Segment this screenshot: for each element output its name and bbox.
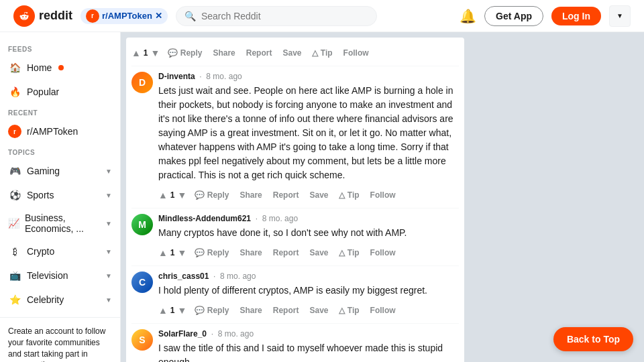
join-text: Create an account to follow your favorit… <box>8 326 112 362</box>
comment-1-tip-btn[interactable]: △ Tip <box>336 188 362 202</box>
comment-2-save-btn[interactable]: Save <box>307 245 331 260</box>
comment-3-report-btn[interactable]: Report <box>270 303 302 318</box>
home-icon: 🏠 <box>8 61 21 74</box>
comment-3-tip-btn[interactable]: △ Tip <box>336 303 362 318</box>
comment-2-downvote-icon[interactable]: ▼ <box>178 247 187 258</box>
comment-2-upvote-icon[interactable]: ▲ <box>158 247 168 258</box>
sports-icon: ⚽ <box>8 188 21 202</box>
sidebar-item-crypto[interactable]: ₿ Crypto ▼ <box>0 239 120 263</box>
celebrity-icon: ⭐ <box>8 293 21 306</box>
remove-tag-icon[interactable]: ✕ <box>155 11 162 21</box>
sidebar-item-celebrity[interactable]: ⭐ Celebrity ▼ <box>0 288 120 312</box>
sidebar-item-business[interactable]: 📈 Business, Economics, ... ▼ <box>0 207 120 239</box>
search-bar[interactable]: 🔍 <box>176 6 377 26</box>
comment-1-actions: ▲ 1 ▼ 💬 Reply Share Report Save △ Tip Fo… <box>158 188 459 202</box>
right-panel <box>470 32 644 362</box>
comment-2-follow-btn[interactable]: Follow <box>368 245 398 260</box>
sports-chevron-icon: ▼ <box>105 192 112 199</box>
comment-3-meta: chris_cass01 · 8 mo. ago <box>158 272 459 281</box>
comment-2-vote: ▲ 1 ▼ <box>158 247 186 258</box>
save-btn-top[interactable]: Save <box>280 46 304 60</box>
gaming-icon: 🎮 <box>8 164 21 178</box>
comment-1-reply-btn[interactable]: 💬 Reply <box>192 188 231 202</box>
subreddit-tag[interactable]: r r/AMPToken ✕ <box>80 8 168 24</box>
header: reddit r r/AMPToken ✕ 🔍 🔔 Get App Log In… <box>0 0 644 32</box>
report-btn-top[interactable]: Report <box>244 46 275 60</box>
comment-3-avatar: C <box>131 272 153 293</box>
comment-3-reply-btn[interactable]: 💬 Reply <box>192 303 231 318</box>
upvote-icon-top[interactable]: ▲ <box>131 48 141 58</box>
comment-3-downvote-icon[interactable]: ▼ <box>178 305 187 316</box>
popular-icon: 🔥 <box>8 85 21 99</box>
comment-4: S SolarFlare_0 · 8 mo. ago I saw the tit… <box>131 324 459 362</box>
comment-3-share-btn[interactable]: Share <box>237 303 264 318</box>
comment-2-tip-btn[interactable]: △ Tip <box>336 245 362 260</box>
comment-3-time: 8 mo. ago <box>220 272 256 281</box>
comment-2-body: Mindless-Addendum621 · 8 mo. ago Many cr… <box>158 214 459 260</box>
logo[interactable]: reddit <box>13 5 72 27</box>
comment-1-follow-btn[interactable]: Follow <box>368 188 398 202</box>
comment-1-avatar: D <box>131 72 153 93</box>
comment-1-save-btn[interactable]: Save <box>307 188 331 202</box>
feeds-section-label: FEEDS <box>0 40 120 56</box>
comment-1-share-btn[interactable]: Share <box>237 188 264 202</box>
bell-icon[interactable]: 🔔 <box>460 8 476 24</box>
comment-2-author[interactable]: Mindless-Addendum621 <box>158 214 251 223</box>
follow-btn-top[interactable]: Follow <box>341 46 372 60</box>
recent-section-label: RECENT <box>0 104 120 119</box>
comment-3-text: I hold plenty of different cryptos, AMP … <box>158 284 459 298</box>
comment-4-author[interactable]: SolarFlare_0 <box>158 329 207 339</box>
sidebar-item-sports[interactable]: ⚽ Sports ▼ <box>0 183 120 207</box>
comment-1-upvote-icon[interactable]: ▲ <box>158 190 168 200</box>
comment-1-vote-count: 1 <box>170 190 175 200</box>
comment-1-meta: D-inventa · 8 mo. ago <box>158 72 459 81</box>
amptoken-label: r/AMPToken <box>27 126 78 137</box>
header-right: 🔔 Get App Log In ▼ <box>460 5 631 27</box>
sidebar-item-television[interactable]: 📺 Television ▼ <box>0 263 120 288</box>
comment-2-reply-btn[interactable]: 💬 Reply <box>192 245 231 260</box>
comment-1-author[interactable]: D-inventa <box>158 72 195 81</box>
comment-2-text: Many cryptos have done it, so I don't se… <box>158 226 459 240</box>
hot-dot <box>58 65 64 70</box>
comment-3-save-btn[interactable]: Save <box>307 303 331 318</box>
comment-4-meta: SolarFlare_0 · 8 mo. ago <box>158 329 459 339</box>
comment-1-downvote-icon[interactable]: ▼ <box>178 190 187 200</box>
comment-2-meta: Mindless-Addendum621 · 8 mo. ago <box>158 214 459 223</box>
search-icon: 🔍 <box>184 11 196 21</box>
comment-4-body: SolarFlare_0 · 8 mo. ago I saw the title… <box>158 329 459 362</box>
comment-2-vote-count: 1 <box>170 248 175 257</box>
chevron-down-icon: ▼ <box>616 12 623 19</box>
comment-3-upvote-icon[interactable]: ▲ <box>158 305 168 316</box>
comment-4-time: 8 mo. ago <box>218 329 254 339</box>
television-label: Television <box>27 270 68 281</box>
tip-btn-top[interactable]: △ Tip <box>309 46 335 60</box>
business-icon: 📈 <box>8 217 19 230</box>
sidebar-item-gaming[interactable]: 🎮 Gaming ▼ <box>0 159 120 183</box>
search-input[interactable] <box>201 11 368 21</box>
sidebar-item-amptoken[interactable]: r r/AMPToken <box>0 119 120 143</box>
crypto-label: Crypto <box>27 246 54 257</box>
sidebar-item-home[interactable]: 🏠 Home <box>0 56 120 80</box>
comment-3-vote-count: 1 <box>170 306 175 315</box>
comment-2-report-btn[interactable]: Report <box>270 245 302 260</box>
get-app-button[interactable]: Get App <box>484 6 543 26</box>
television-icon: 📺 <box>8 269 21 282</box>
user-avatar-button[interactable]: ▼ <box>609 5 631 27</box>
comment-1-text: Lets just wait and see. People on here a… <box>158 84 459 182</box>
comment-3-author[interactable]: chris_cass01 <box>158 272 209 281</box>
comment-1-vote: ▲ 1 ▼ <box>158 190 186 200</box>
downvote-icon-top[interactable]: ▼ <box>151 48 160 58</box>
sidebar-item-popular[interactable]: 🔥 Popular <box>0 80 120 104</box>
reply-btn-top[interactable]: 💬 Reply <box>165 46 205 60</box>
comment-2-avatar: M <box>131 214 153 235</box>
vote-count-top: 1 <box>144 48 148 58</box>
login-button[interactable]: Log In <box>551 7 601 25</box>
back-to-top-button[interactable]: Back to Top <box>553 327 633 351</box>
share-btn-top[interactable]: Share <box>210 46 237 60</box>
comment-2-share-btn[interactable]: Share <box>237 245 264 260</box>
popular-label: Popular <box>27 86 59 97</box>
comment-1-report-btn[interactable]: Report <box>270 188 302 202</box>
comment-3-follow-btn[interactable]: Follow <box>368 303 398 318</box>
reddit-logo-icon <box>13 5 35 27</box>
comment-3-vote: ▲ 1 ▼ <box>158 305 186 316</box>
